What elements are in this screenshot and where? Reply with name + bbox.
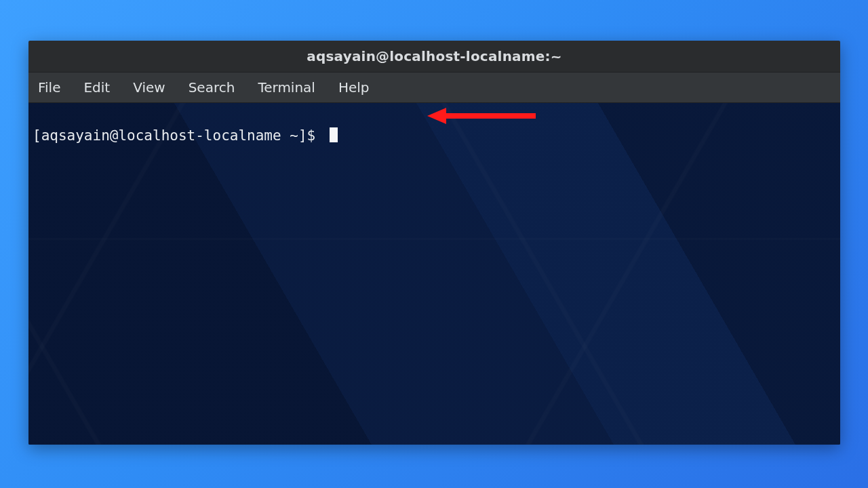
menu-help[interactable]: Help — [336, 78, 372, 97]
annotation-arrow-icon — [427, 106, 536, 126]
terminal-viewport[interactable]: [aqsayain@localhost-localname ~]$ — [28, 103, 840, 445]
desktop-background: aqsayain@localhost-localname:~ File Edit… — [0, 0, 868, 488]
shell-prompt: [aqsayain@localhost-localname ~]$ — [33, 127, 324, 144]
terminal-window: aqsayain@localhost-localname:~ File Edit… — [28, 41, 840, 445]
svg-marker-1 — [427, 108, 446, 124]
menu-search[interactable]: Search — [186, 78, 238, 97]
text-cursor — [330, 127, 338, 142]
terminal-content[interactable]: [aqsayain@localhost-localname ~]$ — [28, 103, 840, 187]
menu-terminal[interactable]: Terminal — [255, 78, 318, 97]
menu-file[interactable]: File — [35, 78, 63, 97]
window-titlebar[interactable]: aqsayain@localhost-localname:~ — [28, 41, 840, 73]
menu-bar: File Edit View Search Terminal Help — [28, 73, 840, 103]
menu-edit[interactable]: Edit — [81, 78, 113, 97]
menu-view[interactable]: View — [130, 78, 167, 97]
window-title: aqsayain@localhost-localname:~ — [307, 48, 561, 64]
